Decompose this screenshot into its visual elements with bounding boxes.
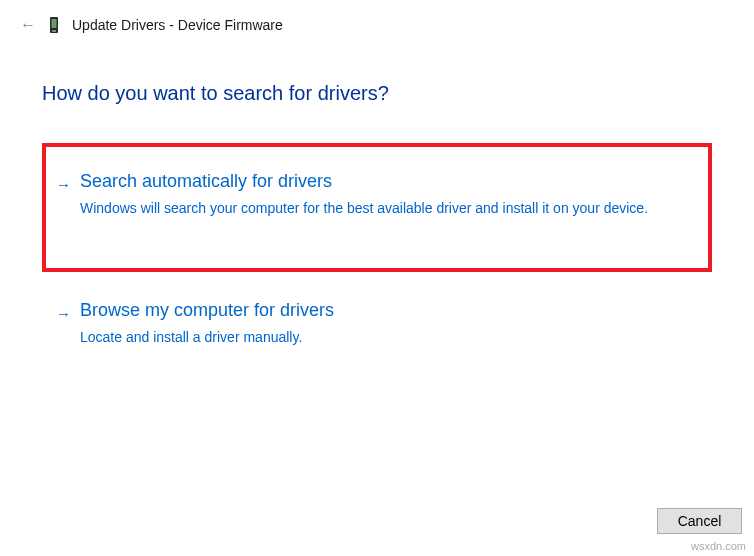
watermark: wsxdn.com (691, 540, 746, 552)
dialog-header: ← Update Drivers - Device Firmware (0, 0, 754, 44)
option-browse-computer[interactable]: → Browse my computer for drivers Locate … (42, 286, 712, 365)
arrow-right-icon: → (56, 176, 70, 193)
dialog-title: Update Drivers - Device Firmware (72, 17, 283, 33)
option-description: Locate and install a driver manually. (80, 327, 690, 347)
option-search-automatically[interactable]: → Search automatically for drivers Windo… (42, 143, 712, 272)
dialog-content: How do you want to search for drivers? →… (0, 44, 754, 366)
option-title: Search automatically for drivers (80, 171, 686, 192)
option-title: Browse my computer for drivers (80, 300, 690, 321)
page-heading: How do you want to search for drivers? (42, 82, 712, 105)
device-firmware-icon (50, 16, 58, 34)
option-text-container: Browse my computer for drivers Locate an… (80, 300, 690, 347)
svg-rect-2 (52, 30, 56, 32)
option-text-container: Search automatically for drivers Windows… (80, 171, 686, 218)
dialog-footer: Cancel (657, 508, 742, 534)
back-arrow-icon[interactable]: ← (20, 16, 36, 34)
svg-rect-1 (52, 19, 57, 28)
arrow-right-icon: → (56, 305, 70, 322)
cancel-button[interactable]: Cancel (657, 508, 742, 534)
option-description: Windows will search your computer for th… (80, 198, 686, 218)
